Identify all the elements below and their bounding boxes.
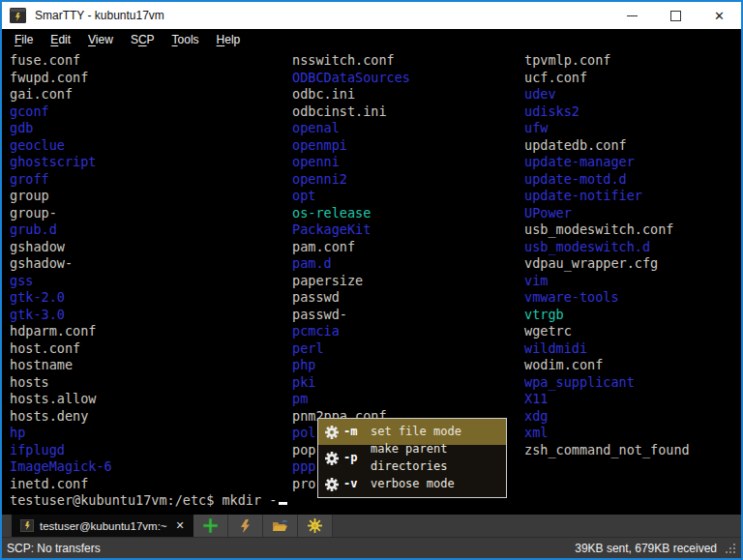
- file-entry: ifplugd: [10, 442, 112, 459]
- menu-tools[interactable]: Tools: [163, 30, 208, 49]
- file-entry: usb_modeswitch.conf: [524, 221, 690, 239]
- open-folder-button[interactable]: [263, 515, 298, 537]
- file-entry: pam.d: [292, 255, 410, 273]
- file-entry: vim: [524, 273, 690, 290]
- settings-button[interactable]: [298, 515, 333, 537]
- file-entry: passwd: [292, 289, 410, 307]
- autocomplete-item-p[interactable]: -p make parent directories: [318, 445, 506, 471]
- file-entry: pam.conf: [292, 239, 410, 256]
- file-entry: xml: [524, 425, 690, 442]
- file-entry: usb_modeswitch.d: [524, 239, 690, 256]
- menu-file[interactable]: File: [6, 30, 42, 49]
- close-icon: ✕: [714, 10, 725, 22]
- maximize-icon: [670, 11, 681, 21]
- terminal-area[interactable]: fuse.conffwupd.confgai.confgconfgdbgeocl…: [2, 50, 741, 515]
- file-entry: gshadow: [10, 239, 112, 256]
- file-entry: fuse.conf: [10, 52, 112, 70]
- minimize-button[interactable]: [610, 2, 654, 29]
- window-controls: ✕: [610, 2, 741, 29]
- file-entry: wildmidi: [524, 340, 690, 358]
- file-entry: update-motd.d: [524, 171, 690, 189]
- file-entry: zsh_command_not_found: [524, 442, 690, 459]
- file-entry: geoclue: [10, 137, 112, 155]
- file-entry: gconf: [10, 103, 112, 121]
- menu-scp[interactable]: SCP: [122, 30, 163, 49]
- flag-description: verbose mode: [371, 476, 455, 493]
- file-entry: X11: [524, 391, 690, 408]
- flag-label: -p: [343, 450, 365, 467]
- title-bar[interactable]: SmarTTY - kubuntu17vm ✕: [2, 2, 741, 29]
- file-entry: UPower: [524, 205, 690, 222]
- transfer-stats-text: 39KB sent, 679KB received: [575, 542, 717, 555]
- menu-view[interactable]: View: [79, 30, 122, 49]
- resize-grip-icon[interactable]: [725, 543, 736, 554]
- tab-close-icon[interactable]: ✕: [176, 519, 185, 532]
- quick-command-button[interactable]: [228, 515, 263, 537]
- file-entry: gdb: [10, 120, 112, 137]
- file-entry: tpvmlp.conf: [524, 52, 690, 70]
- file-entry: gss: [10, 273, 112, 290]
- file-entry: udisks2: [524, 103, 690, 121]
- gear-icon: [325, 452, 339, 465]
- scp-status-text: SCP: No transfers: [7, 542, 101, 555]
- tab-bar: testuser@kubuntu17vm:~ ✕: [2, 515, 741, 537]
- file-entry: groff: [10, 171, 112, 189]
- file-entry: hosts.allow: [10, 391, 112, 408]
- file-entry: wgetrc: [524, 323, 690, 340]
- file-entry: passwd-: [292, 307, 410, 324]
- file-entry: ODBCDataSources: [292, 70, 410, 87]
- menu-help[interactable]: Help: [208, 30, 250, 49]
- file-entry: group: [10, 188, 112, 205]
- file-entry: ghostscript: [10, 154, 112, 171]
- file-entry: gshadow-: [10, 255, 112, 273]
- file-entry: nsswitch.conf: [292, 52, 410, 70]
- flag-label: -m: [343, 424, 365, 441]
- file-entry: gtk-2.0: [10, 289, 112, 307]
- file-entry: wpa_supplicant: [524, 374, 690, 392]
- new-tab-button[interactable]: [193, 515, 228, 537]
- flag-description: make parent directories: [371, 441, 499, 475]
- terminal-column-1: fuse.conffwupd.confgai.confgconfgdbgeocl…: [10, 52, 112, 492]
- file-entry: host.conf: [10, 340, 112, 358]
- folder-icon: [272, 519, 288, 533]
- file-entry: hosts: [10, 374, 112, 392]
- prompt-command-text: testuser@kubuntu17vm:/etc$ mkdir -: [10, 492, 277, 508]
- file-entry: udev: [524, 86, 690, 103]
- app-terminal-icon: [10, 8, 26, 23]
- menu-edit[interactable]: Edit: [42, 30, 79, 49]
- file-entry: xdg: [524, 408, 690, 426]
- file-entry: openni2: [292, 171, 410, 189]
- file-entry: openni: [292, 154, 410, 171]
- file-entry: odbc.ini: [292, 86, 410, 103]
- session-tab[interactable]: testuser@kubuntu17vm:~ ✕: [12, 515, 193, 537]
- file-entry: os-release: [292, 205, 410, 222]
- file-entry: odbcinst.ini: [292, 103, 410, 121]
- smartty-window: SmarTTY - kubuntu17vm ✕ File Edit View S…: [0, 0, 743, 560]
- shell-prompt-line: testuser@kubuntu17vm:/etc$ mkdir -: [10, 492, 287, 510]
- sun-icon: [308, 518, 322, 533]
- autocomplete-item-v[interactable]: -v verbose mode: [318, 471, 506, 497]
- file-entry: hp: [10, 425, 112, 442]
- file-entry: openmpi: [292, 137, 410, 155]
- file-entry: hostname: [10, 357, 112, 374]
- plus-icon: [203, 518, 218, 533]
- status-bar: SCP: No transfers 39KB sent, 679KB recei…: [2, 537, 741, 558]
- file-entry: vdpau_wrapper.cfg: [524, 255, 690, 273]
- file-entry: ufw: [524, 120, 690, 137]
- tab-terminal-icon: [20, 519, 34, 532]
- file-entry: pki: [292, 374, 410, 392]
- file-entry: updatedb.conf: [524, 137, 690, 155]
- lightning-icon: [240, 519, 251, 533]
- file-entry: openal: [292, 120, 410, 137]
- close-button[interactable]: ✕: [698, 2, 741, 29]
- terminal-cursor: [279, 502, 287, 505]
- flag-description: set file mode: [371, 424, 461, 441]
- autocomplete-popup: -m set file mode -p make parent director…: [317, 418, 507, 498]
- file-entry: hdparm.conf: [10, 323, 112, 340]
- window-title: SmarTTY - kubuntu17vm: [35, 9, 610, 22]
- maximize-button[interactable]: [654, 2, 698, 29]
- file-entry: grub.d: [10, 221, 112, 239]
- file-entry: perl: [292, 340, 410, 358]
- gear-icon: [325, 478, 339, 491]
- file-entry: inetd.conf: [10, 476, 112, 493]
